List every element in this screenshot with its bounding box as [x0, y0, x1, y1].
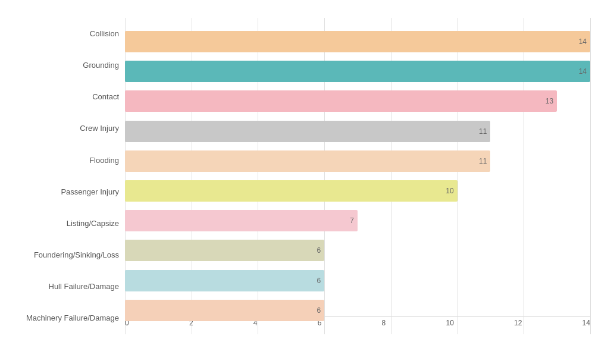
bar: 6	[125, 270, 324, 291]
bar: 14	[125, 31, 590, 52]
y-label: Passenger Injury	[12, 187, 119, 197]
bar-value: 6	[317, 306, 321, 315]
bar: 14	[125, 61, 590, 82]
bar-value: 13	[546, 97, 553, 105]
bar-row: 10	[125, 178, 590, 204]
y-label: Foundering/Sinking/Loss	[12, 250, 119, 260]
y-label: Crew Injury	[12, 124, 119, 133]
chart-container: CollisionGroundingContactCrew InjuryFloo…	[0, 0, 614, 364]
y-label: Hull Failure/Damage	[12, 282, 119, 291]
bar-row: 14	[125, 58, 590, 84]
bar-row: 7	[125, 208, 590, 234]
bar-row: 6	[125, 268, 590, 294]
bar-value: 10	[446, 187, 453, 195]
bar: 10	[125, 180, 458, 202]
bar: 13	[125, 90, 557, 112]
bar: 6	[125, 240, 324, 261]
y-label: Listing/Capsize	[12, 219, 119, 228]
y-labels: CollisionGroundingContactCrew InjuryFloo…	[12, 18, 125, 334]
y-label: Machinery Failure/Damage	[12, 313, 119, 323]
bar-value: 6	[317, 277, 321, 285]
bar-row: 11	[125, 148, 590, 174]
bar: 6	[125, 300, 324, 321]
bar: 11	[125, 150, 490, 172]
bar-row: 13	[125, 88, 590, 114]
y-label: Flooding	[12, 156, 119, 165]
bar-value: 6	[317, 246, 321, 255]
bar-value: 14	[579, 67, 587, 76]
bar-row: 14	[125, 29, 590, 55]
bar: 11	[125, 121, 490, 142]
y-label: Grounding	[12, 61, 119, 70]
bar-row: 6	[125, 237, 590, 263]
grid-line	[590, 18, 591, 334]
bar-row: 6	[125, 297, 590, 324]
bar-value: 7	[350, 216, 354, 225]
bar-value: 11	[479, 157, 487, 165]
bar: 7	[125, 210, 358, 231]
bar-value: 14	[579, 37, 587, 46]
bar-row: 11	[125, 118, 590, 145]
chart-area: CollisionGroundingContactCrew InjuryFloo…	[12, 18, 590, 334]
y-label: Contact	[12, 92, 119, 102]
bar-value: 11	[479, 127, 487, 136]
bars-area: 1414131111107666 02468101214	[125, 18, 590, 334]
y-label: Collision	[12, 29, 119, 39]
